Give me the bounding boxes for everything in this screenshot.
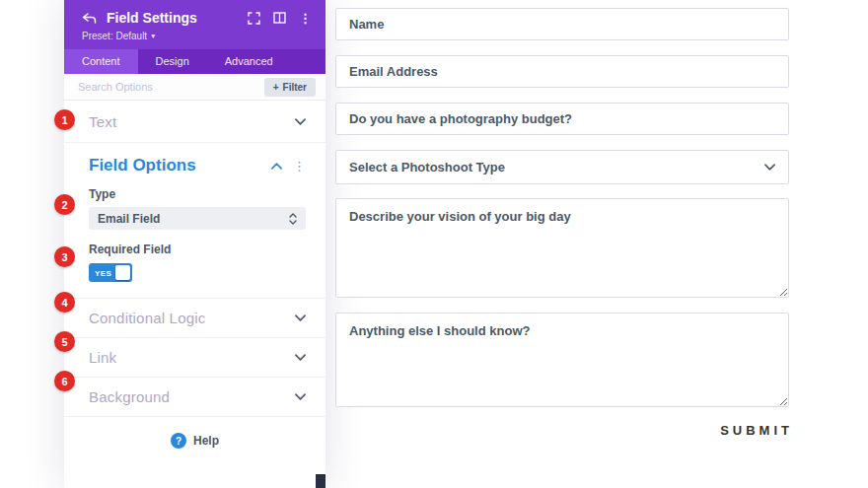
chevron-down-icon [295, 354, 306, 361]
step-badge-2: 2 [54, 194, 75, 215]
name-field[interactable] [335, 8, 789, 40]
toggle-on-label: YES [95, 268, 111, 277]
photoshoot-type-select[interactable]: Select a Photoshoot Type [335, 150, 789, 184]
tab-design[interactable]: Design [138, 49, 207, 74]
section-background[interactable]: Background [64, 378, 326, 417]
filter-button-label: Filter [283, 82, 307, 93]
settings-body: 1 2 3 4 5 6 Text Field Options ⋮ Type [64, 101, 326, 449]
submit-button[interactable]: SUBMIT [720, 421, 789, 439]
chevron-down-icon [295, 314, 306, 321]
modal-title: Field Settings [107, 10, 248, 26]
section-text-label: Text [89, 113, 116, 130]
photoshoot-type-value: Select a Photoshoot Type [349, 160, 505, 174]
back-arrow-icon [82, 13, 97, 24]
tab-content[interactable]: Content [64, 49, 138, 74]
field-options-actions: ⋮ [271, 160, 306, 173]
submit-button-label: SUBMIT [720, 423, 793, 438]
field-type-value: Email Field [98, 212, 160, 226]
required-field-label: Required Field [89, 243, 306, 256]
caret-down-icon: ▾ [151, 32, 155, 40]
expand-icon[interactable] [248, 12, 260, 25]
back-button[interactable] [82, 13, 97, 24]
contact-form-preview: Select a Photoshoot Type SUBMIT [335, 0, 789, 488]
step-badge-6: 6 [54, 371, 75, 391]
modal-header: Field Settings ⋮ [64, 0, 326, 31]
step-badge-3: 3 [54, 246, 75, 267]
tab-advanced[interactable]: Advanced [207, 49, 291, 74]
help-label: Help [193, 434, 219, 448]
toggle-knob [115, 265, 130, 280]
more-options-icon[interactable]: ⋮ [299, 12, 312, 25]
preset-selector[interactable]: Preset: Default ▾ [64, 31, 326, 49]
budget-field[interactable] [335, 103, 789, 135]
required-field-toggle[interactable]: YES [89, 263, 132, 282]
field-settings-modal: Field Settings ⋮ Preset: Default ▾ Conte… [64, 0, 326, 488]
resize-handle[interactable] [316, 474, 326, 488]
section-text[interactable]: Text [64, 101, 326, 143]
type-label: Type [89, 187, 306, 201]
settings-tabs: Content Design Advanced [64, 49, 326, 74]
email-field[interactable] [335, 55, 789, 88]
step-badge-4: 4 [54, 292, 75, 313]
field-type-select[interactable]: Email Field [89, 207, 306, 230]
step-badge-1: 1 [54, 109, 75, 130]
plus-icon: + [273, 82, 279, 93]
help-button[interactable]: ? Help [64, 433, 326, 449]
step-badge-5: 5 [54, 331, 75, 352]
chevron-down-icon [764, 164, 775, 171]
field-options-title[interactable]: Field Options [89, 156, 271, 175]
header-actions: ⋮ [248, 12, 312, 25]
section-menu-icon[interactable]: ⋮ [293, 160, 306, 173]
columns-layout-icon[interactable] [273, 12, 286, 24]
screen: Field Settings ⋮ Preset: Default ▾ Conte… [0, 0, 868, 488]
section-conditional-logic-label: Conditional Logic [89, 310, 205, 326]
chevron-down-icon [295, 393, 306, 400]
filter-button[interactable]: + Filter [264, 78, 316, 97]
notes-textarea[interactable] [335, 313, 789, 407]
question-mark-icon: ? [171, 433, 186, 449]
vision-textarea[interactable] [335, 198, 789, 298]
section-field-options: Field Options ⋮ Type Email Field Require… [64, 143, 326, 299]
search-bar: + Filter [64, 74, 326, 101]
field-options-header: Field Options ⋮ [89, 143, 306, 185]
chevron-down-icon [295, 118, 306, 125]
chevron-up-icon[interactable] [271, 163, 282, 170]
section-background-label: Background [89, 388, 170, 405]
search-input[interactable] [78, 81, 264, 93]
section-link-label: Link [89, 349, 116, 366]
preset-label: Preset: Default [82, 31, 147, 41]
section-link[interactable]: Link [64, 338, 326, 378]
section-conditional-logic[interactable]: Conditional Logic [64, 299, 326, 338]
select-arrows-icon [289, 213, 297, 225]
